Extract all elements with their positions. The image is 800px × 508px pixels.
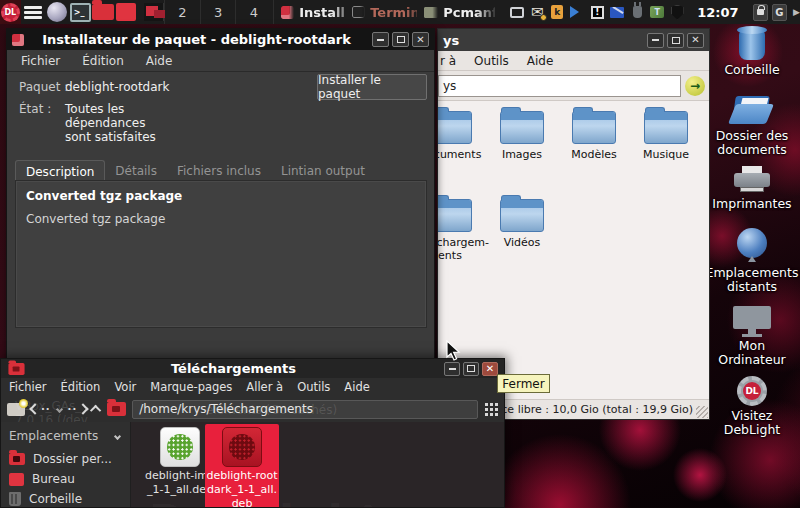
g-button[interactable]: G — [772, 4, 787, 21]
folder-icon — [644, 111, 688, 144]
workspace-2-button[interactable]: 2 — [164, 0, 200, 24]
home-button[interactable] — [107, 402, 126, 416]
desktop-icon-documents[interactable]: Dossier des documents — [706, 96, 798, 158]
file-item-deblight-rootdark[interactable]: deblight-rootdark_1-1_all.deb — [205, 424, 279, 508]
desktop-icon — [9, 473, 24, 486]
installer-window-title: Installateur de paquet - deblight-rootda… — [24, 32, 369, 47]
app-menu-icon[interactable] — [21, 0, 46, 24]
terminal-launcher[interactable]: >_ — [69, 0, 92, 24]
menu-tools[interactable]: Outils — [474, 54, 509, 68]
places-sidebar: Emplacements Dossier per... Bureau Corbe… — [1, 422, 131, 507]
free-space-text: espace libre : 10,0 Gio (total : 19,9 Gi… — [475, 403, 693, 416]
close-button[interactable]: ✕ — [482, 362, 498, 376]
pcmanfm-task-icon — [424, 7, 438, 18]
desktop-icon-computer[interactable]: Mon Ordinateur — [706, 306, 798, 368]
taskbar-terminal-label: Termina — [370, 5, 417, 20]
maximize-button[interactable] — [392, 32, 409, 47]
desktop-icon-printers[interactable]: Imprimantes — [706, 166, 798, 211]
maximize-button[interactable] — [463, 362, 479, 376]
maximize-button[interactable] — [667, 33, 684, 48]
menu-edit[interactable]: Édition — [82, 54, 124, 68]
resize-grip[interactable] — [696, 406, 708, 418]
minimize-button[interactable] — [647, 33, 664, 48]
krys-menubar: r à Outils Aide — [438, 51, 709, 71]
state-value: Toutes les dépendances sont satisfaites — [65, 102, 169, 144]
menu-help[interactable]: Aide — [344, 380, 369, 394]
install-package-button[interactable]: Installer le paquet — [317, 74, 427, 100]
up-button[interactable] — [90, 405, 101, 416]
desktop-launcher[interactable] — [115, 0, 138, 24]
mail-icon[interactable]: ✉ — [529, 4, 545, 20]
places-header[interactable]: Emplacements — [1, 427, 130, 449]
places-header-label: Emplacements — [9, 429, 98, 443]
workspace-1-pager[interactable] — [144, 3, 164, 21]
power-icon[interactable] — [633, 6, 642, 18]
network-icon[interactable]: T — [650, 6, 664, 18]
installer-info-area: Paquet : deblight-rootdark État : Toutes… — [7, 72, 434, 157]
tab-description[interactable]: Description — [15, 160, 105, 182]
downloads-menubar: Fichier Édition Voir Marque-pages Aller … — [1, 378, 504, 396]
folder-item-documents[interactable]: Documents — [437, 105, 486, 193]
downloads-file-area[interactable]: DebLight deblight-img_1-1_all.deb deblig… — [131, 422, 504, 507]
menu-view[interactable]: Voir — [114, 380, 136, 394]
browser-launcher[interactable] — [45, 0, 68, 24]
close-button[interactable]: ✕ — [412, 32, 429, 47]
shield-icon[interactable] — [671, 5, 684, 20]
taskbar-installer-label: Installa — [299, 5, 345, 20]
menu-file[interactable]: Fichier — [9, 380, 47, 394]
tab-included-files[interactable]: Fichiers inclus — [167, 160, 271, 182]
folder-item-images[interactable]: Images — [486, 105, 558, 193]
desktop-icon-label: Mon Ordinateur — [706, 339, 798, 368]
menu-goto[interactable]: r à — [440, 54, 456, 68]
taskbar-installer-button[interactable]: Installa — [273, 0, 345, 24]
mouse-cursor — [446, 340, 462, 362]
desktop-icon-deblight[interactable]: DL Visitez DebLight — [706, 376, 798, 438]
panel-overflow-arrow-icon[interactable]: ▶ — [793, 7, 800, 17]
desktop-icon-trash[interactable]: Corbeille — [706, 30, 798, 77]
sidebar-item-home[interactable]: Dossier per... — [1, 449, 130, 469]
desktop-icon-remote[interactable]: Emplacements distants — [706, 228, 798, 295]
menu-edit[interactable]: Édition — [61, 380, 101, 394]
tab-details[interactable]: Détails — [105, 160, 167, 182]
taskbar-terminal-button[interactable]: Termina — [345, 0, 417, 24]
close-button[interactable]: ✕ — [687, 33, 704, 48]
sidebar-item-trash[interactable]: Corbeille — [1, 489, 130, 508]
screen-icon[interactable] — [510, 7, 524, 18]
deblight-gear-icon: DL — [737, 376, 767, 406]
krys-titlebar[interactable]: ys ✕ — [438, 29, 709, 51]
volume-icon[interactable] — [570, 6, 585, 18]
folder-label: Modèles — [571, 148, 617, 161]
display-icon[interactable] — [610, 7, 624, 18]
folder-item-musique[interactable]: Musique — [630, 105, 702, 193]
workspace-4-button[interactable]: 4 — [235, 0, 271, 24]
clock[interactable]: 12:07 — [697, 5, 738, 20]
deblight-menu-button[interactable]: DL — [0, 0, 21, 24]
folder-label: Vidéos — [504, 236, 541, 249]
clipboard-k-icon[interactable]: k — [551, 5, 563, 19]
go-button[interactable]: → — [685, 76, 705, 96]
downloads-titlebar[interactable]: Téléchargements ✕ — [1, 359, 504, 378]
address-input[interactable]: ys — [438, 75, 681, 97]
menu-file[interactable]: Fichier — [21, 54, 60, 68]
folder-item-videos[interactable]: Vidéos — [486, 193, 558, 281]
files-launcher[interactable] — [92, 0, 115, 24]
menu-bookmarks[interactable]: Marque-pages — [150, 380, 232, 394]
installer-titlebar[interactable]: Installateur de paquet - deblight-rootda… — [7, 29, 434, 50]
taskbar-pcmanfm-button[interactable]: Pcmanf ▼ — [417, 0, 495, 24]
menu-help[interactable]: Aide — [146, 54, 173, 68]
workspace-3-button[interactable]: 3 — [200, 0, 236, 24]
lock-screen-button[interactable] — [753, 4, 768, 21]
view-options-icon[interactable] — [484, 402, 498, 416]
folder-item-modeles[interactable]: Modèles — [558, 105, 630, 193]
menu-goto[interactable]: Aller à — [246, 380, 283, 394]
folder-icon — [92, 4, 114, 20]
menu-tools[interactable]: Outils — [297, 380, 330, 394]
installer-task-icon — [281, 6, 294, 19]
alert-icon[interactable]: ! — [591, 6, 604, 19]
sidebar-item-desktop[interactable]: Bureau — [1, 469, 130, 489]
minimize-button[interactable] — [444, 362, 460, 376]
folder-item-telechargements[interactable]: Téléchargem-ents — [437, 193, 486, 281]
tab-lintian-output[interactable]: Lintian output — [271, 160, 375, 182]
minimize-button[interactable] — [372, 32, 389, 47]
menu-help[interactable]: Aide — [527, 54, 554, 68]
